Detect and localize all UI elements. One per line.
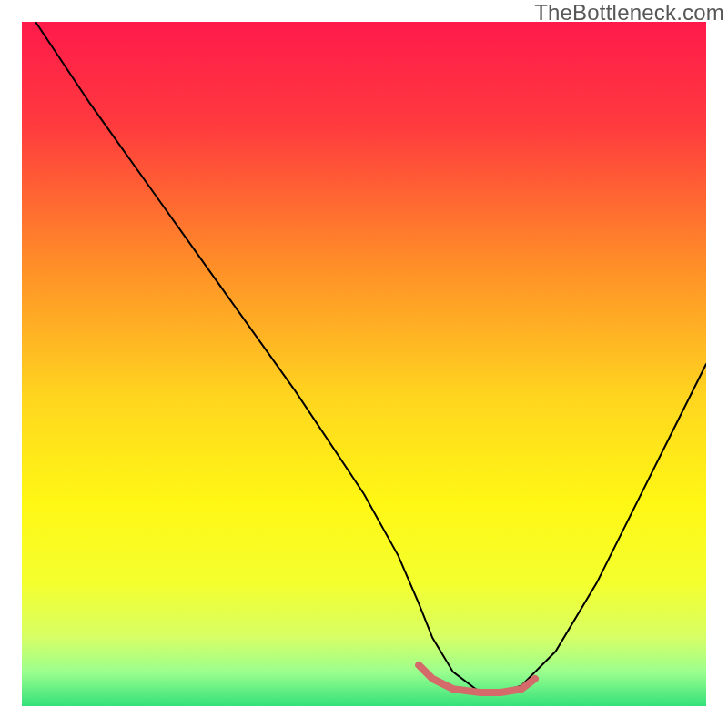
chart-container: TheBottleneck.com: [0, 0, 728, 728]
bottleneck-curve: [35, 22, 706, 693]
curve-layer: [22, 22, 706, 706]
optimal-range-marker: [419, 665, 535, 693]
plot-area: [22, 22, 706, 706]
watermark-text: TheBottleneck.com: [534, 0, 724, 25]
